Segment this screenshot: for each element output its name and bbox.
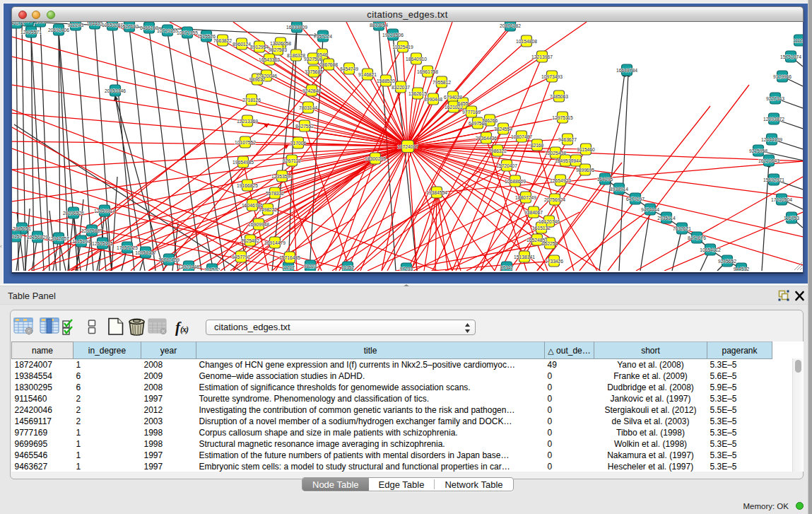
svg-text:16914479: 16914479 (264, 240, 286, 245)
svg-text:12923446: 12923446 (178, 264, 199, 269)
svg-text:9827503: 9827503 (269, 47, 287, 52)
svg-text:3267110: 3267110 (283, 158, 301, 163)
svg-text:9899695: 9899695 (576, 168, 594, 173)
svg-text:3375685: 3375685 (305, 69, 323, 74)
svg-text:17010504: 17010504 (771, 197, 792, 202)
svg-text:8471676: 8471676 (688, 235, 706, 240)
svg-text:10352: 10352 (341, 265, 355, 270)
svg-text:1588520: 1588520 (377, 78, 395, 83)
svg-text:7485063: 7485063 (550, 94, 568, 99)
svg-text:7357224: 7357224 (314, 34, 332, 39)
svg-text:12942757: 12942757 (48, 236, 69, 241)
svg-text:1145194: 1145194 (72, 239, 90, 244)
svg-text:6794028: 6794028 (444, 95, 462, 100)
svg-text:2867608: 2867608 (319, 62, 338, 67)
svg-text:9327508: 9327508 (304, 57, 322, 62)
svg-text:18807249: 18807249 (515, 195, 536, 200)
svg-text:12213967: 12213967 (531, 54, 553, 59)
svg-text:19218506: 19218506 (382, 33, 404, 37)
svg-text:10719155: 10719155 (157, 28, 178, 33)
svg-text:12156829: 12156829 (27, 235, 48, 240)
svg-text:16120746: 16120746 (539, 219, 560, 224)
svg-text:12353594: 12353594 (271, 174, 293, 179)
svg-text:8186328: 8186328 (287, 53, 305, 58)
svg-text:973: 973 (24, 22, 32, 23)
svg-text:8912954: 8912954 (250, 45, 269, 49)
svg-text:6466160: 6466160 (140, 25, 158, 30)
svg-text:16648784: 16648784 (616, 68, 637, 73)
svg-text:10025438: 10025438 (545, 151, 566, 156)
svg-text:10958117: 10958117 (135, 250, 156, 255)
svg-text:18724007: 18724007 (397, 144, 418, 149)
svg-text:16543362: 16543362 (259, 57, 280, 62)
svg-text:8322037: 8322037 (392, 85, 410, 90)
svg-text:6455: 6455 (458, 101, 469, 106)
svg-text:15138141: 15138141 (514, 255, 535, 259)
svg-text:15692971: 15692971 (763, 177, 784, 182)
svg-text:11123: 11123 (793, 38, 803, 43)
svg-text:20206526: 20206526 (63, 211, 84, 216)
svg-text:15720407: 15720407 (496, 163, 517, 168)
svg-text:18640910: 18640910 (406, 57, 427, 62)
svg-text:840272: 840272 (12, 22, 24, 25)
svg-text:9463627: 9463627 (558, 137, 577, 142)
svg-text:10654112: 10654112 (700, 247, 721, 252)
svg-text:164095: 164095 (597, 177, 613, 182)
svg-text:7632621: 7632621 (673, 226, 691, 231)
svg-text:19654985: 19654985 (233, 160, 254, 165)
svg-text:7625402: 7625402 (241, 238, 259, 243)
svg-text:20053346: 20053346 (105, 88, 126, 93)
svg-text:17957225: 17957225 (117, 245, 138, 250)
svg-text:13226058: 13226058 (270, 41, 291, 46)
svg-text:746266: 746266 (482, 118, 498, 123)
svg-text:12975887: 12975887 (81, 228, 102, 233)
svg-text:18300295: 18300295 (365, 156, 386, 161)
svg-text:98223: 98223 (304, 264, 317, 269)
svg-text:9474444: 9474444 (641, 207, 659, 212)
svg-text:12975115: 12975115 (552, 115, 573, 120)
svg-text:8454749: 8454749 (340, 66, 358, 71)
svg-text:8938914: 8938914 (610, 187, 628, 192)
svg-text:1498222: 1498222 (259, 207, 277, 212)
svg-text:10154808: 10154808 (516, 39, 537, 44)
svg-text:11207: 11207 (282, 265, 295, 270)
svg-text:10973493: 10973493 (541, 74, 563, 79)
svg-text:1362615: 1362615 (408, 91, 427, 96)
svg-text:16210643: 16210643 (758, 158, 779, 163)
svg-text:19166825: 19166825 (237, 183, 258, 188)
svg-text:7944: 7944 (571, 158, 582, 163)
svg-text:20691406: 20691406 (48, 28, 69, 33)
svg-text:16782759: 16782759 (158, 257, 180, 262)
svg-text:12359914: 12359914 (94, 209, 115, 214)
svg-text:3824554: 3824554 (494, 127, 512, 132)
svg-text:12444139: 12444139 (761, 137, 782, 142)
svg-text:104522: 104522 (204, 267, 220, 271)
svg-text:9457791: 9457791 (232, 255, 250, 259)
svg-text:8427552: 8427552 (295, 124, 314, 129)
svg-text:9129966: 9129966 (773, 74, 792, 79)
svg-text:12213369: 12213369 (237, 119, 258, 124)
svg-text:944532: 944532 (734, 267, 750, 271)
svg-text:10688609: 10688609 (505, 179, 526, 184)
svg-text:9245652: 9245652 (718, 259, 736, 264)
svg-text:12654923: 12654923 (550, 178, 571, 183)
svg-text:20876182: 20876182 (500, 23, 521, 28)
svg-text:1527602: 1527602 (120, 24, 139, 29)
svg-text:8813054: 8813054 (370, 23, 388, 28)
svg-text:116753: 116753 (784, 216, 799, 221)
svg-text:20364436: 20364436 (476, 136, 497, 141)
svg-text:9146821: 9146821 (358, 72, 377, 77)
svg-text:16961758: 16961758 (417, 69, 438, 74)
svg-text:10807487: 10807487 (511, 134, 532, 139)
svg-text:104423: 104423 (87, 22, 103, 26)
svg-text:2935114: 2935114 (657, 216, 676, 221)
svg-text:7986322: 7986322 (488, 148, 507, 153)
svg-text:989612: 989612 (249, 77, 266, 82)
svg-text:10671355: 10671355 (177, 30, 198, 35)
svg-text:9227343: 9227343 (766, 96, 784, 101)
svg-text:39159: 39159 (12, 234, 23, 239)
svg-text:5578332: 5578332 (266, 191, 284, 196)
svg-text:6479197: 6479197 (626, 197, 645, 201)
svg-text:82160: 82160 (531, 143, 544, 148)
svg-text:15751074: 15751074 (780, 54, 801, 59)
